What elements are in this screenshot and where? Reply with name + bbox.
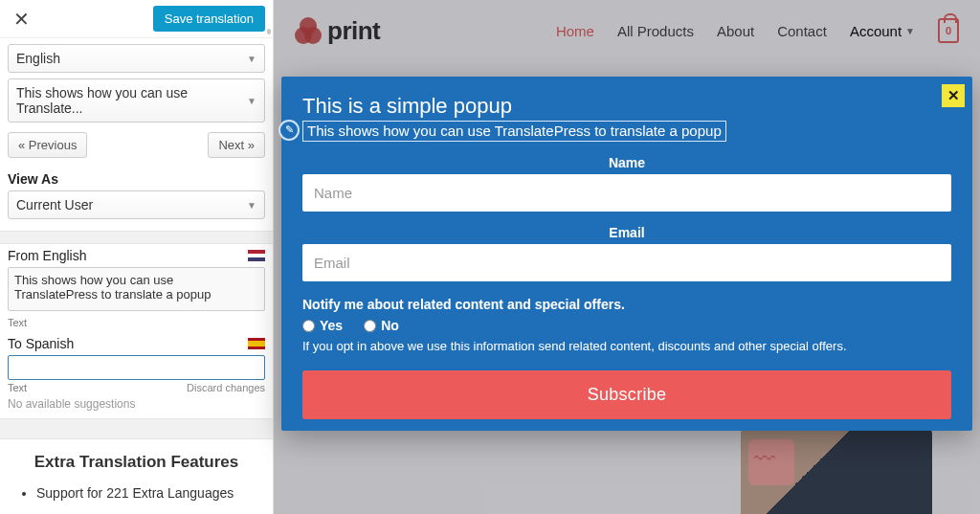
from-type-label: Text	[8, 317, 27, 328]
popup-subtitle-selected[interactable]: ✎ This shows how you can use TranslatePr…	[302, 121, 726, 142]
extra-feature-item: Support for 221 Extra Languages	[36, 485, 257, 501]
language-select-value: English	[16, 51, 60, 66]
to-language-label: To Spanish	[8, 336, 74, 351]
scrollbar-indicator[interactable]	[267, 29, 271, 34]
string-select[interactable]: This shows how you can use Translate... …	[8, 78, 265, 123]
suggestions-text: No available suggestions	[0, 395, 273, 418]
to-type-label: Text	[8, 382, 27, 393]
chevron-down-icon: ▼	[247, 54, 256, 64]
divider	[0, 231, 273, 244]
name-label: Name	[302, 155, 951, 170]
from-language-label: From English	[8, 248, 86, 263]
flag-es-icon	[248, 338, 265, 349]
notify-no-radio[interactable]	[364, 320, 376, 332]
edit-pencil-icon[interactable]: ✎	[278, 120, 300, 141]
previous-button[interactable]: « Previous	[8, 132, 87, 158]
name-input[interactable]	[302, 174, 951, 212]
extra-heading: Extra Translation Features	[15, 453, 257, 472]
divider	[0, 418, 273, 439]
popup-fineprint: If you opt in above we use this informat…	[302, 339, 951, 353]
email-input[interactable]	[302, 244, 951, 281]
notify-yes-option[interactable]: Yes	[302, 318, 343, 333]
popup: ✕ This is a simple popup ✎ This shows ho…	[281, 77, 972, 431]
translate-sidebar: ✕ Save translation English ▼ This shows …	[0, 0, 274, 514]
popup-close-button[interactable]: ✕	[942, 84, 965, 107]
chevron-down-icon: ▼	[247, 200, 256, 211]
popup-title: This is a simple popup	[302, 94, 951, 119]
flag-us-icon	[248, 250, 265, 261]
view-as-label: View As	[0, 168, 273, 189]
preview-pane: print Home All Products About Contact Ac…	[274, 0, 980, 514]
close-icon[interactable]: ✕	[8, 8, 35, 31]
notify-yes-radio[interactable]	[302, 320, 315, 332]
discard-changes-link[interactable]: Discard changes	[187, 382, 265, 393]
notify-heading: Notify me about related content and spec…	[302, 297, 951, 312]
email-label: Email	[302, 225, 951, 240]
next-button[interactable]: Next »	[208, 132, 265, 158]
view-as-select[interactable]: Current User ▼	[8, 190, 265, 219]
app-root: ✕ Save translation English ▼ This shows …	[0, 0, 980, 514]
from-text[interactable]: This shows how you can use TranslatePres…	[8, 267, 265, 311]
view-as-value: Current User	[16, 197, 93, 212]
language-select[interactable]: English ▼	[8, 44, 265, 73]
to-text-input[interactable]	[8, 355, 265, 380]
string-select-value: This shows how you can use Translate...	[16, 85, 247, 116]
chevron-down-icon: ▼	[247, 96, 256, 106]
save-button[interactable]: Save translation	[153, 6, 265, 32]
notify-no-option[interactable]: No	[364, 318, 399, 333]
subscribe-button[interactable]: Subscribe	[302, 370, 951, 419]
